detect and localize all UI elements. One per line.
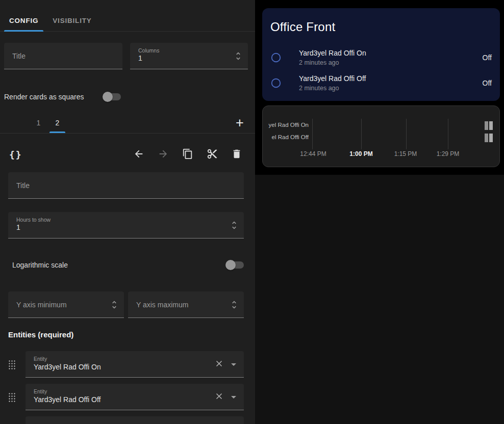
preview-background: Office Front Yard3yel Rad Offi On 2 minu…: [255, 0, 504, 175]
entity-row-partial: [0, 416, 255, 424]
gridline: [312, 119, 313, 149]
undo-arrow-icon[interactable]: [133, 148, 145, 161]
hours-stepper-icon[interactable]: [229, 220, 239, 230]
add-card-button[interactable]: +: [231, 114, 249, 132]
cut-icon[interactable]: [206, 148, 218, 161]
columns-stepper-icon[interactable]: [233, 51, 243, 61]
card-tab-1[interactable]: 1: [29, 113, 48, 133]
y-axis-min-input[interactable]: [8, 292, 124, 317]
grid-title-field: [4, 43, 122, 69]
chevron-down-icon[interactable]: [228, 391, 240, 403]
edit-yaml-button[interactable]: {}: [9, 149, 22, 160]
entity-field-value: Yard3yel Rad Offi Off: [34, 395, 101, 404]
squares-toggle-row: Render cards as squares: [4, 92, 255, 102]
y-axis-max-input[interactable]: [128, 292, 244, 317]
columns-label: Columns: [138, 47, 159, 54]
tab-visibility[interactable]: VISIBILITY: [45, 10, 98, 31]
entity-state[interactable]: Off: [478, 54, 492, 62]
tab-visibility-label: VISIBILITY: [53, 17, 91, 24]
log-scale-label: Logarithmic scale: [12, 261, 68, 269]
delete-icon[interactable]: [231, 148, 243, 161]
y-max-stepper-icon[interactable]: [229, 300, 239, 310]
config-panel: CONFIG VISIBILITY Columns Render cards a…: [0, 0, 255, 424]
entity-last-changed: 2 minutes ago: [299, 59, 478, 67]
grid-columns-field[interactable]: Columns: [130, 43, 248, 69]
entity-field-label: Entity: [34, 356, 47, 362]
grid-options-row: Columns: [4, 43, 248, 69]
entity-texts: Yard3yel Rad Offi On 2 minutes ago: [299, 49, 478, 67]
log-scale-row: Logarithmic scale: [12, 260, 244, 270]
entity-picker-1[interactable]: Entity Yard3yel Rad Offi On: [26, 351, 244, 378]
graph-entity-label: el Rad Offi Off: [262, 134, 309, 140]
card-tab-2-label: 2: [56, 119, 60, 127]
time-axis-label: 12:44 PM: [300, 150, 326, 157]
entity-last-changed: 2 minutes ago: [299, 85, 478, 92]
time-axis-label: 1:29 PM: [437, 150, 460, 157]
entity-name: Yard3yel Rad Offi On: [299, 49, 478, 58]
entity-picker-2[interactable]: Entity Yard3yel Rad Offi Off: [26, 384, 244, 410]
card-title-field: [8, 172, 244, 199]
gridline: [361, 119, 362, 149]
entity-row: Entity Yard3yel Rad Offi On: [0, 351, 255, 378]
entities-card-preview: Office Front Yard3yel Rad Offi On 2 minu…: [262, 8, 500, 101]
editor-toolbar: {}: [0, 143, 255, 166]
gridline: [406, 119, 407, 149]
card-editor-dialog: CONFIG VISIBILITY Columns Render cards a…: [0, 0, 504, 424]
gridline: [448, 119, 448, 149]
y-axis-row: [8, 292, 244, 318]
entity-state-rows: Yard3yel Rad Offi On 2 minutes ago Off Y…: [262, 45, 500, 96]
card-title: Office Front: [262, 8, 500, 35]
card-index-tabs: 1 2 +: [0, 113, 255, 134]
toggle-thumb: [103, 92, 113, 102]
card-tab-1-label: 1: [37, 119, 41, 127]
time-axis-label: 1:00 PM: [349, 150, 372, 157]
clear-icon[interactable]: [213, 359, 224, 370]
state-bar: [485, 134, 488, 142]
circle-outline-icon: [270, 52, 282, 63]
y-min-stepper-icon[interactable]: [109, 300, 119, 310]
entity-field-value: Yard3yel Rad Offi On: [34, 363, 101, 371]
chevron-down-icon[interactable]: [228, 358, 240, 370]
entity-picker-new[interactable]: [26, 416, 244, 424]
entities-heading: Entities (required): [8, 330, 255, 339]
card-title-input[interactable]: [8, 172, 244, 198]
graph-entity-label: yel Rad Offi On: [262, 122, 309, 128]
history-graph-card-preview: yel Rad Offi On el Rad Offi Off 12:44 PM…: [262, 105, 500, 167]
state-bar: [485, 121, 488, 130]
columns-input[interactable]: [138, 54, 215, 62]
toolbar-actions: [133, 148, 243, 161]
time-axis-label: 1:15 PM: [394, 150, 417, 157]
tab-config[interactable]: CONFIG: [2, 10, 45, 31]
copy-icon[interactable]: [182, 148, 194, 161]
squares-toggle-label: Render cards as squares: [4, 93, 84, 101]
entity-name: Yard3yel Rad Offi Off: [299, 74, 478, 83]
entity-texts: Yard3yel Rad Offi Off 2 minutes ago: [299, 74, 478, 92]
tab-config-label: CONFIG: [9, 17, 38, 24]
entity-state[interactable]: Off: [478, 79, 492, 87]
card-tab-2[interactable]: 2: [48, 113, 67, 133]
redo-arrow-icon[interactable]: [157, 148, 169, 161]
hours-to-show-field[interactable]: Hours to show: [8, 212, 244, 238]
log-scale-toggle[interactable]: [226, 261, 244, 269]
squares-toggle[interactable]: [103, 93, 121, 100]
entity-row: Entity Yard3yel Rad Offi Off: [0, 384, 255, 410]
preview-panel: Office Front Yard3yel Rad Offi On 2 minu…: [255, 0, 504, 424]
entity-state-row[interactable]: Yard3yel Rad Offi On 2 minutes ago Off: [262, 45, 500, 70]
y-axis-min-field: [8, 292, 124, 318]
config-visibility-tabs: CONFIG VISIBILITY: [0, 10, 255, 32]
hours-to-show-label: Hours to show: [16, 217, 51, 223]
grid-title-input[interactable]: [4, 43, 122, 69]
state-bar: [489, 134, 493, 142]
circle-outline-icon: [270, 77, 282, 89]
entity-state-row[interactable]: Yard3yel Rad Offi Off 2 minutes ago Off: [262, 70, 500, 96]
state-bar: [489, 121, 493, 130]
toggle-thumb: [225, 260, 236, 270]
clear-icon[interactable]: [213, 391, 224, 403]
drag-handle-icon[interactable]: [8, 392, 16, 402]
drag-handle-icon[interactable]: [8, 360, 16, 369]
entity-field-label: Entity: [34, 388, 47, 394]
y-axis-max-field: [128, 292, 244, 318]
hours-to-show-input[interactable]: [16, 223, 169, 231]
